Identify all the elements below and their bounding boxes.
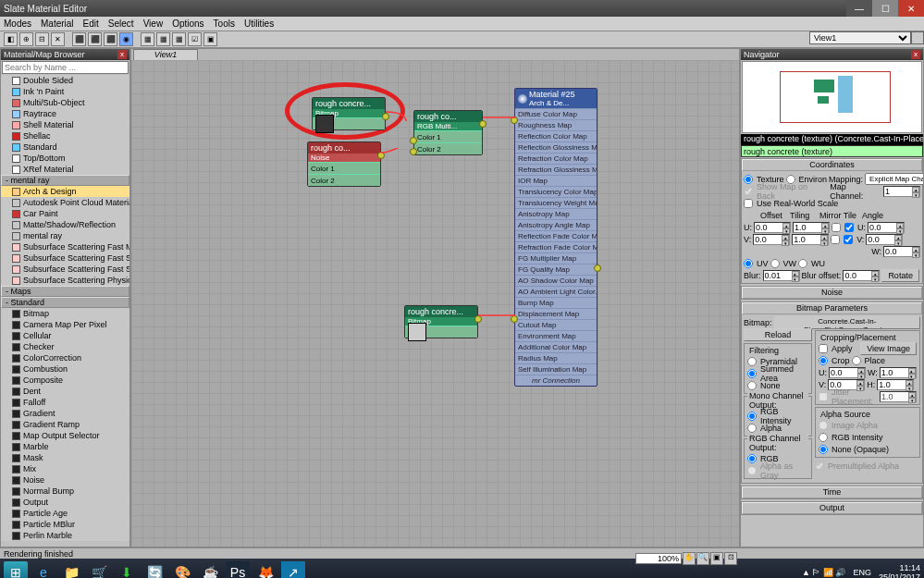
tree-item[interactable]: Standard [1,141,129,153]
tree-item[interactable]: Cellular [1,330,129,341]
tree-item[interactable]: Particle Age [1,508,129,519]
zoom-icon[interactable]: ✋ [683,552,696,565]
radio-pyramidal[interactable] [747,357,757,366]
material-slot[interactable]: Roughness Map [515,119,597,130]
material-slot[interactable]: AO Ambient Light Color... [515,286,597,297]
v-mirror[interactable] [831,235,840,244]
tree-item[interactable]: Camera Map Per Pixel [1,319,129,330]
tree-item[interactable]: Matte/Shadow/Reflection [1,219,129,230]
material-slot[interactable]: Refraction Color Map [515,153,597,164]
radio-none-opaque[interactable] [819,445,828,454]
v-angle[interactable] [867,235,894,244]
radio-texture[interactable] [744,175,753,184]
toolbar-button[interactable]: ◧ [4,32,18,46]
material-slot[interactable]: Environment Map [515,330,597,341]
menu-tools[interactable]: Tools [214,18,235,29]
toolbar-button[interactable]: ▣ [203,32,217,46]
rollout-bitmap-params[interactable]: Bitmap Parameters [742,302,922,314]
tree-item[interactable]: Noise [1,474,129,486]
material-slot[interactable]: Self Illumination Map [515,363,597,375]
menu-material[interactable]: Material [41,18,74,29]
toolbar-button[interactable]: ▦ [141,32,154,46]
tray-time[interactable]: 11:14 [879,563,920,572]
blur-input[interactable] [764,271,792,280]
tree-item[interactable]: Subsurface Scattering Fast Mat... [1,241,129,252]
material-slot[interactable]: FG Quality Map [515,264,597,275]
rotate-button[interactable]: Rotate [881,269,919,282]
bitmap-file-button[interactable]: Concrete.Cast-In-Place.Flat.Broom.Grey.j… [774,316,920,329]
radio-vw[interactable] [770,259,780,268]
taskbar-app-icon[interactable]: 🔄 [142,561,166,578]
material-slot[interactable]: AO Shadow Color Map [515,275,597,286]
tree-item[interactable]: Shellac [1,130,129,141]
tab-view1[interactable]: View1 [133,49,198,60]
u-mirror[interactable] [832,223,841,232]
maximize-button[interactable]: ☐ [872,0,898,17]
zoom-percent[interactable]: 100% [635,553,682,564]
navigator-close-icon[interactable]: x [911,50,920,59]
zoom-icon[interactable]: 🔍 [696,552,709,565]
material-slot[interactable]: Displacement Map [515,308,597,319]
material-slot[interactable]: Reflection Color Map [515,130,597,141]
view-image-button[interactable]: View Image [860,342,917,355]
tray-flag-icon[interactable]: ▲ 🏳 📶 🔊 [802,568,845,577]
radio-uv[interactable] [744,259,753,268]
minimize-button[interactable]: — [846,0,872,17]
material-name-input[interactable] [741,145,923,157]
view-selector[interactable]: View1 [809,31,911,44]
tree-item[interactable]: Map Output Selector [1,430,129,441]
tree-item[interactable]: Normal Bump [1,486,129,497]
tree-item[interactable]: Bitmap [1,308,129,319]
node-noise[interactable]: rough co... Noise Color 1 Color 2 [307,141,381,187]
tray-lang[interactable]: ENG [853,568,871,577]
material-slot[interactable]: Bump Map [515,297,597,308]
tree-item[interactable]: Subsurface Scattering Fast Skin [1,252,129,264]
rollout-noise[interactable]: Noise [742,287,922,299]
tree-item[interactable]: Dent [1,386,129,397]
browser-close-icon[interactable]: x [117,50,127,59]
toolbar-button[interactable]: ✕ [51,32,65,46]
crop-w[interactable] [881,368,908,377]
toolbar-button[interactable]: ⬛ [104,32,117,46]
material-slot[interactable]: Diffuse Color Map [515,108,597,119]
close-button[interactable]: ✕ [898,0,924,17]
node-bitmap-2[interactable]: rough concre... Bitmap [404,305,478,338]
taskbar-ie-icon[interactable]: e [31,561,55,578]
zoom-icon[interactable]: ⊡ [724,552,737,565]
material-slot[interactable]: Reflection Fade Color Map [515,230,597,241]
material-slot[interactable]: Cutout Map [515,319,597,330]
zoom-icon[interactable]: ▣ [710,552,723,565]
tree-item[interactable]: Output [1,497,129,508]
u-offset[interactable] [755,223,782,232]
tree-item[interactable]: Combustion [1,363,129,375]
tree-item[interactable]: Ink 'n Paint [1,86,129,97]
material-slot[interactable]: Anisotropy Angle Map [515,219,597,230]
material-slot[interactable]: FG Multiplier Map [515,252,597,264]
material-slot[interactable]: Anisotropy Map [515,208,597,219]
radio-rgb-intensity[interactable] [747,412,757,421]
tree-item[interactable]: XRef Material [1,164,129,175]
tree-item[interactable]: mental ray [1,230,129,241]
toolbar-button[interactable]: ⬛ [72,32,86,46]
taskbar-app-icon[interactable]: ☕ [198,561,222,578]
tree-item[interactable]: ColorCorrection [1,352,129,363]
node-material[interactable]: Material #25Arch & De... Diffuse Color M… [514,88,598,387]
radio-alpha[interactable] [747,424,757,433]
toolbar-button[interactable]: ⊕ [19,32,33,46]
tree-item[interactable]: Perlin Marble [1,530,129,541]
tree-item[interactable]: Subsurface Scattering Physical [1,275,129,286]
w-angle[interactable] [884,247,912,256]
tree-item[interactable]: Subsurface Scattering Fast Skin... [1,264,129,275]
material-slot[interactable]: Translucency Color Map [515,186,597,197]
tree-item[interactable]: Particle MBlur [1,519,129,530]
tree-item[interactable]: Gradient Ramp [1,419,129,430]
category-maps[interactable]: - Maps [1,286,129,297]
tree-item[interactable]: Car Paint [1,208,129,219]
node-bitmap-1[interactable]: rough concre... Bitmap [312,97,386,130]
menu-view[interactable]: View [143,18,164,29]
tree-item[interactable]: Double Sided [1,75,129,86]
category-mentalray[interactable]: - mental ray [1,175,129,186]
v-offset[interactable] [754,235,782,244]
v-tile[interactable] [844,235,853,244]
taskbar-app-icon[interactable]: ⬇ [115,561,139,578]
